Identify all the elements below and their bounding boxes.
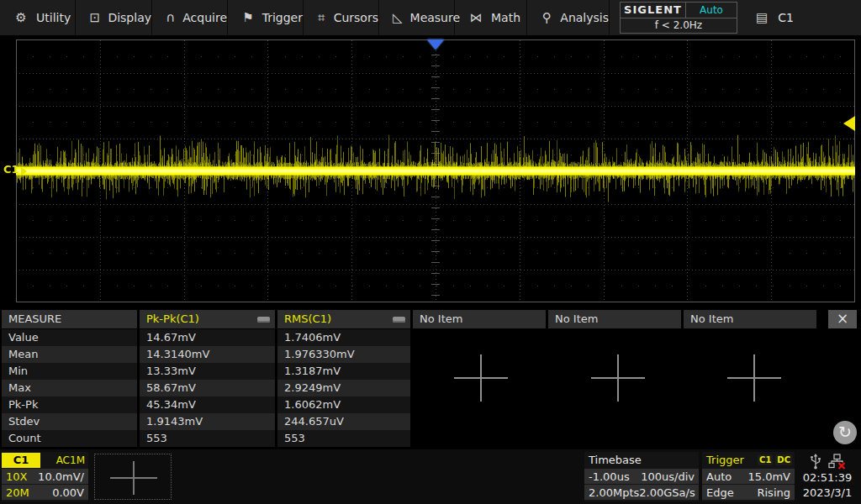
clock-time: 02:51:39 <box>803 470 852 486</box>
row-label: Count <box>2 430 137 447</box>
measure-col2-header[interactable]: RMS(C1) <box>277 310 410 328</box>
channel-offset-label: C1 <box>3 163 19 176</box>
timebase-scale: 100us/div <box>641 470 695 483</box>
close-measure-panel-button[interactable]: × <box>828 310 857 328</box>
table-row: Value 14.67mV 1.7406mV <box>0 329 861 346</box>
measure-col2-label: RMS(C1) <box>284 312 331 325</box>
trigger-level: 15.0mV <box>747 470 790 483</box>
rms-stdev: 244.657uV <box>277 413 410 430</box>
cursors-grid-icon: ⌗ <box>317 10 326 25</box>
pkpk-min: 13.33mV <box>140 363 275 380</box>
row-label: Pk-Pk <box>2 396 137 413</box>
pkpk-pkpk: 45.34mV <box>140 396 275 413</box>
bottom-status-bar: C1 AC1M 10X 10.0mV/ 20M 0.00V Timebase -… <box>0 449 861 504</box>
oscilloscope-screen: ⚙ Utility ⊡ Display ∩ Acquire ⚑ Trigger … <box>0 0 861 504</box>
row-label: Mean <box>2 346 137 363</box>
waveform-display: C1 <box>0 38 861 309</box>
menu-label: Measure <box>410 11 461 24</box>
rms-min: 1.3187mV <box>277 363 410 380</box>
analysis-icon: ⚲ <box>541 10 552 25</box>
menu-label: Display <box>108 11 151 24</box>
menu-bar: ⚙ Utility ⊡ Display ∩ Acquire ⚑ Trigger … <box>0 0 861 35</box>
lan-disconnected-icon <box>828 454 846 470</box>
menu-item-analysis[interactable]: ⚲ Analysis <box>527 0 610 35</box>
menu-item-acquire[interactable]: ∩ Acquire <box>152 0 228 35</box>
measure-title: MEASURE <box>2 310 137 328</box>
add-channel-button[interactable] <box>94 454 172 500</box>
measure-empty-slot[interactable]: No Item <box>413 310 546 328</box>
display-icon: ⊡ <box>89 10 100 25</box>
reset-statistics-button[interactable]: ↻ <box>833 421 857 444</box>
usb-icon <box>810 454 821 470</box>
waveform-canvas[interactable] <box>0 38 861 309</box>
acquire-icon: ∩ <box>166 10 175 25</box>
add-measurement-button[interactable] <box>727 354 781 402</box>
siglent-logo: SIGLENT <box>621 3 686 18</box>
measurement-panel: MEASURE Pk-Pk(C1) RMS(C1) No Item No Ite… <box>0 307 861 449</box>
table-row: Stdev 1.9143mV 244.657uV <box>0 413 861 430</box>
pkpk-max: 58.67mV <box>140 380 275 396</box>
remove-measurement-icon[interactable] <box>257 317 270 323</box>
menu-item-cursors[interactable]: ⌗ Cursors <box>304 0 379 35</box>
row-label: Value <box>2 329 137 346</box>
trigger-type: Edge <box>706 486 734 499</box>
trigger-slope: Rising <box>757 486 790 499</box>
trigger-frequency-readout: f < 2.0Hz <box>621 18 737 34</box>
measure-header-row: MEASURE Pk-Pk(C1) RMS(C1) No Item No Ite… <box>0 310 861 328</box>
add-measurement-button[interactable] <box>591 354 645 402</box>
probe-attenuation: 10X <box>6 470 27 483</box>
menu-label: Analysis <box>560 11 609 24</box>
add-measurement-button[interactable] <box>454 354 508 402</box>
remove-measurement-icon[interactable] <box>393 317 405 323</box>
menu-label: Cursors <box>334 11 378 24</box>
sample-rate: 2.00GSa/s <box>639 486 695 499</box>
menu-item-measure[interactable]: ◺ Measure <box>379 0 455 35</box>
rms-pkpk: 1.6062mV <box>277 396 410 413</box>
system-status-area: 02:51:39 2023/3/1 <box>797 452 858 501</box>
menu-label: Acquire <box>182 11 227 24</box>
table-row: Count 553 553 <box>0 430 861 447</box>
trigger-delay: -1.00us <box>589 470 630 483</box>
pkpk-stdev: 1.9143mV <box>140 413 275 430</box>
menu-item-display[interactable]: ⊡ Display <box>76 0 152 35</box>
trigger-level-marker[interactable] <box>843 116 855 131</box>
trigger-source-badge: C1 <box>758 454 773 465</box>
row-label: Min <box>2 363 137 380</box>
measure-col1-label: Pk-Pk(C1) <box>146 312 199 325</box>
channel-offset-marker[interactable]: C1 <box>3 162 27 176</box>
vertical-offset: 0.00V <box>52 486 84 499</box>
channel1-badge[interactable]: C1 <box>2 453 40 468</box>
vertical-scale: 10.0mV/ <box>38 470 84 483</box>
timebase-panel[interactable]: Timebase -1.00us 100us/div 2.00Mpts 2.00… <box>584 452 699 501</box>
channel1-panel[interactable]: C1 AC1M 10X 10.0mV/ 20M 0.00V <box>2 452 88 501</box>
menu-item-math[interactable]: ⋈ Math <box>455 0 527 35</box>
trigger-position-marker[interactable] <box>427 39 444 50</box>
row-label: Max <box>2 380 137 396</box>
menu-label: Math <box>491 11 520 24</box>
math-icon: ⋈ <box>468 10 483 25</box>
acquisition-status-box: SIGLENT Auto f < 2.0Hz <box>620 2 737 34</box>
measure-empty-slot[interactable]: No Item <box>684 310 816 328</box>
channel-menu-label: C1 <box>778 11 794 24</box>
channel1-coupling: AC1M <box>56 454 88 466</box>
menu-item-utility[interactable]: ⚙ Utility <box>0 0 76 35</box>
measure-empty-slot[interactable]: No Item <box>548 310 681 328</box>
trigger-panel[interactable]: Trigger C1 DC Auto 15.0mV Edge Rising <box>702 452 795 501</box>
rms-value: 1.7406mV <box>277 329 410 346</box>
rms-mean: 1.976330mV <box>277 346 410 363</box>
bandwidth-limit: 20M <box>6 486 29 499</box>
rms-count: 553 <box>277 430 410 447</box>
measure-col1-header[interactable]: Pk-Pk(C1) <box>140 310 275 328</box>
pkpk-mean: 14.3140mV <box>140 346 275 363</box>
menu-item-trigger[interactable]: ⚑ Trigger <box>228 0 304 35</box>
trigger-coupling-badge: DC <box>775 454 792 465</box>
memory-depth: 2.00Mpts <box>589 486 639 499</box>
menu-label: Utility <box>36 11 71 24</box>
channel-arrow-icon <box>21 167 27 176</box>
clock-date: 2023/3/1 <box>803 486 852 501</box>
acquisition-mode-status: Auto <box>686 3 737 18</box>
flag-icon: ⚑ <box>241 10 255 25</box>
row-label: Stdev <box>2 413 137 430</box>
channel-setup-menu[interactable]: ▤ C1 <box>756 0 794 35</box>
gear-icon: ⚙ <box>13 10 29 25</box>
